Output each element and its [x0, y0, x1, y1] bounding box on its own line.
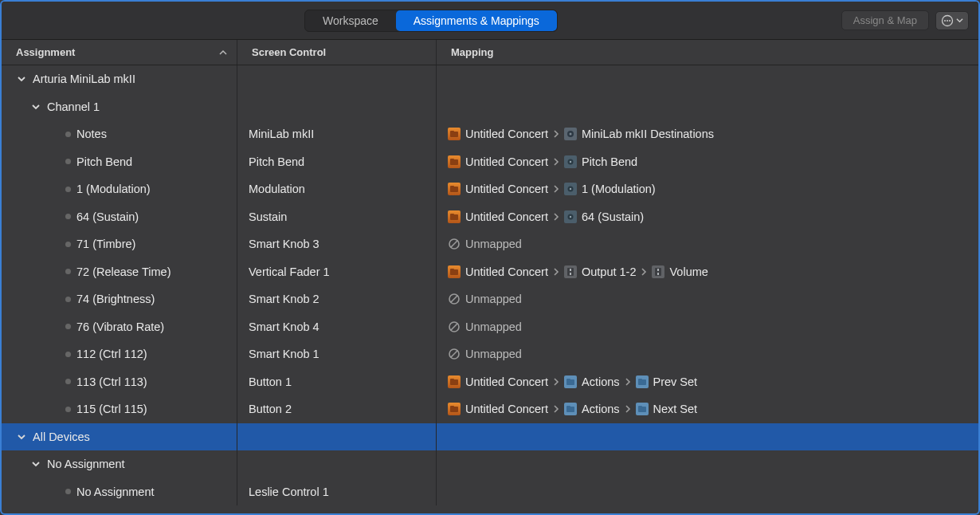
assignment-label: 112 (Ctrl 112) — [76, 348, 147, 360]
svg-point-3 — [949, 20, 951, 22]
svg-line-21 — [451, 241, 457, 247]
breadcrumb-chevron-icon — [551, 213, 561, 221]
screen-control-label: Smart Knob 4 — [249, 320, 319, 333]
assignment-row[interactable]: Pitch BendPitch BendUntitled ConcertPitc… — [2, 148, 978, 176]
group-row[interactable]: Arturia MiniLab mkII — [2, 65, 978, 93]
assignments-table-body: Arturia MiniLab mkIIChannel 1NotesMiniLa… — [2, 65, 978, 513]
screen-control-label: Button 1 — [249, 375, 292, 388]
tab-workspace[interactable]: Workspace — [305, 10, 396, 31]
mapping-segment: MiniLab mkII Destinations — [582, 128, 714, 140]
breadcrumb-chevron-icon — [551, 158, 561, 166]
assignment-label: 76 (Vibrato Rate) — [76, 320, 164, 333]
assignment-row[interactable]: 74 (Brightness)Smart Knob 2Unmapped — [2, 285, 978, 313]
breadcrumb-chevron-icon — [639, 268, 649, 276]
screen-control-label: Vertical Fader 1 — [249, 265, 330, 278]
assignment-row[interactable]: 71 (Timbre)Smart Knob 3Unmapped — [2, 230, 978, 258]
subgroup-row[interactable]: Channel 1 — [2, 93, 978, 121]
mapping-segment: Untitled Concert — [465, 155, 548, 168]
bullet-icon — [65, 187, 71, 192]
svg-rect-37 — [450, 379, 454, 381]
header-assignment-label: Assignment — [16, 46, 75, 58]
bullet-icon — [65, 297, 71, 302]
assignment-label: Notes — [76, 128, 107, 140]
svg-point-11 — [570, 161, 571, 163]
svg-rect-17 — [450, 214, 454, 216]
assignment-row[interactable]: 112 (Ctrl 112)Smart Knob 1Unmapped — [2, 340, 978, 368]
folder-icon — [448, 183, 461, 195]
disclosure-icon[interactable] — [30, 458, 41, 470]
mapping-segment: Untitled Concert — [465, 128, 548, 140]
assignment-label: Pitch Bend — [76, 155, 132, 168]
disclosure-icon[interactable] — [30, 101, 41, 112]
svg-rect-41 — [638, 379, 642, 381]
bullet-icon — [65, 324, 71, 329]
bullet-icon — [65, 132, 71, 137]
header-assignment[interactable]: Assignment — [2, 40, 237, 65]
assignment-row[interactable]: 113 (Ctrl 113)Button 1Untitled ConcertAc… — [2, 368, 978, 396]
subgroup-label: Channel 1 — [47, 100, 100, 113]
folder-icon — [448, 210, 461, 223]
assignment-row[interactable]: NotesMiniLab mkIIUntitled ConcertMiniLab… — [2, 120, 978, 148]
svg-point-7 — [569, 133, 571, 136]
assignment-row[interactable]: 1 (Modulation)ModulationUntitled Concert… — [2, 175, 978, 203]
header-screen-control[interactable]: Screen Control — [237, 40, 437, 65]
assignment-row[interactable]: No AssignmentLeslie Control 1 — [2, 478, 978, 506]
mapping-segment: 64 (Sustain) — [582, 210, 644, 223]
svg-point-19 — [570, 216, 571, 218]
mapping-segment: Actions — [582, 375, 620, 388]
bullet-icon — [65, 352, 71, 357]
header-mapping[interactable]: Mapping — [437, 40, 978, 65]
assignment-label: 113 (Ctrl 113) — [76, 375, 147, 388]
screen-control-label: Modulation — [249, 183, 305, 195]
screen-control-label: Smart Knob 2 — [249, 293, 319, 305]
svg-rect-47 — [638, 406, 642, 408]
assign-and-map-button[interactable]: Assign & Map — [841, 10, 929, 30]
breadcrumb-chevron-icon — [623, 378, 633, 386]
mapping-segment: Volume — [669, 265, 708, 278]
folder-icon — [448, 128, 461, 140]
group-row[interactable]: All Devices — [2, 423, 978, 451]
svg-rect-13 — [450, 186, 454, 188]
plugin-round-icon — [564, 128, 577, 140]
bullet-icon — [65, 269, 71, 274]
actions-icon — [564, 375, 577, 388]
assignment-row[interactable]: 115 (Ctrl 115)Button 2Untitled ConcertAc… — [2, 395, 978, 423]
more-menu-button[interactable] — [935, 11, 969, 30]
mapping-segment: Prev Set — [653, 375, 698, 388]
disclosure-icon[interactable] — [16, 431, 27, 442]
mapping-segment: Untitled Concert — [465, 375, 548, 388]
disclosure-icon[interactable] — [16, 73, 27, 85]
assignment-label: 1 (Modulation) — [76, 183, 151, 195]
svg-line-31 — [451, 296, 457, 302]
tab-assignments[interactable]: Assignments & Mappings — [396, 10, 557, 31]
mapping-segment: Untitled Concert — [465, 403, 548, 415]
svg-rect-29 — [657, 273, 659, 275]
assignment-row[interactable]: 64 (Sustain)SustainUntitled Concert64 (S… — [2, 203, 978, 231]
svg-rect-9 — [450, 159, 454, 161]
svg-rect-26 — [570, 273, 571, 275]
bullet-icon — [65, 379, 71, 384]
unmapped-icon — [448, 238, 461, 250]
assignment-label: 74 (Brightness) — [76, 293, 155, 305]
bullet-icon — [65, 159, 71, 164]
subgroup-row[interactable]: No Assignment — [2, 450, 978, 478]
assignment-label: 115 (Ctrl 115) — [76, 403, 147, 415]
unmapped-icon — [448, 348, 461, 360]
mapping-segment: Untitled Concert — [465, 210, 548, 223]
bullet-icon — [65, 489, 71, 494]
mapping-segment: Untitled Concert — [465, 183, 548, 195]
plugin-icon — [564, 183, 577, 195]
screen-control-label: MiniLab mkII — [249, 128, 314, 140]
assignment-row[interactable]: 76 (Vibrato Rate)Smart Knob 4Unmapped — [2, 313, 978, 341]
breadcrumb-chevron-icon — [551, 185, 561, 193]
assignment-label: 64 (Sustain) — [76, 210, 139, 223]
assignment-row[interactable]: 72 (Release Time)Vertical Fader 1Untitle… — [2, 258, 978, 286]
svg-rect-39 — [566, 379, 570, 381]
breadcrumb-chevron-icon — [551, 378, 561, 386]
svg-rect-23 — [450, 269, 454, 271]
folder-icon — [448, 265, 461, 278]
bullet-icon — [65, 214, 71, 219]
bullet-icon — [65, 407, 71, 412]
screen-control-label: Smart Knob 3 — [249, 238, 319, 250]
toolbar: Workspace Assignments & Mappings Assign … — [2, 2, 978, 40]
